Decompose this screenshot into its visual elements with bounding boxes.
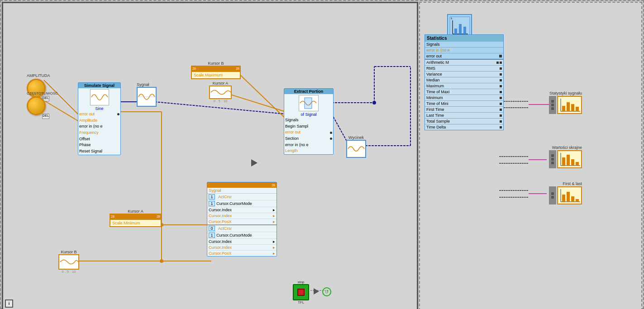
stat-error-out: error out (425, 53, 503, 60)
extract-portion-icon (299, 95, 318, 111)
czestotliwosc-label: CZĘSTOTLIWOŚĆ DEL (27, 91, 58, 118)
wartosci-skrajne-label: Wartości skrajne (549, 145, 582, 150)
wartosci-chart (558, 151, 581, 167)
main-container: AMPLITUDA DEL CZĘSTOTLIWOŚĆ DEL Simulate… (0, 0, 644, 309)
waveform-icon-top (138, 88, 156, 106)
right-panel: x̄ Statistics Signals error in (no e err… (419, 2, 642, 309)
scale-minimum-label: Scale.Minimum (110, 219, 162, 227)
ep-port-section: Section (284, 136, 333, 142)
port-amplitude: Amplitude (78, 118, 120, 124)
statistics-title: Statistics (425, 35, 503, 42)
ep-port-signals: Signals (284, 117, 333, 124)
ep-port-error-in: error in (no e (284, 142, 333, 148)
svg-rect-41 (459, 24, 462, 34)
statystyki-sygnalu-area: Statystyki sygnału (549, 91, 582, 114)
wycinek-icon (347, 141, 365, 157)
svg-rect-49 (571, 104, 574, 111)
svg-text:x̄: x̄ (451, 17, 453, 20)
port-offset: Offset (78, 136, 120, 143)
first-last-label: First & last (549, 181, 582, 186)
statystyki-chart (558, 97, 581, 113)
svg-rect-40 (454, 29, 457, 34)
stat-first-time: First Time (425, 107, 503, 113)
sine-wave-icon (91, 90, 109, 105)
kursor-a-mid: Kursor A 0 . 5 . 10 (209, 81, 232, 103)
left-panel: AMPLITUDA DEL CZĘSTOTLIWOŚĆ DEL Simulate… (2, 2, 418, 309)
stat-total-sample: Total Sample (425, 119, 503, 124)
wartosci-skrajne-area: Wartości skrajne (549, 145, 582, 168)
port-error-in: error in (no e (78, 124, 120, 130)
stat-error-in: error in (no e (425, 48, 503, 53)
stat-last-time: Last Time (425, 113, 503, 119)
stop-button-area: stop TFL (293, 280, 309, 304)
svg-rect-57 (576, 162, 579, 166)
svg-line-7 (332, 114, 348, 143)
svg-point-20 (372, 101, 376, 105)
svg-rect-42 (463, 27, 466, 34)
corner-indicator: i (5, 299, 13, 308)
svg-rect-55 (567, 155, 570, 166)
svg-rect-61 (562, 195, 565, 202)
play-button-1[interactable] (251, 159, 258, 166)
stat-signals: Signals (425, 42, 503, 48)
simulate-signal-block: Simulate Signal Sine error out Amplitude… (78, 82, 121, 155)
svg-rect-26 (347, 141, 365, 157)
svg-rect-25 (305, 98, 312, 109)
simulate-signal-title: Simulate Signal (78, 83, 120, 88)
svg-rect-56 (571, 159, 574, 166)
simulate-signal-subtitle: Sine (78, 106, 120, 111)
play-button-2[interactable] (314, 288, 319, 295)
ep-port-length: Length (284, 148, 333, 154)
stat-median: Median (425, 77, 503, 83)
port-error-out: error out (78, 111, 120, 118)
stop-button[interactable] (293, 284, 309, 300)
port-reset: Reset Signal (78, 148, 120, 155)
svg-rect-48 (567, 102, 570, 111)
stat-time-of-maxi: Time of Maxi (425, 89, 503, 95)
first-last-chart (558, 187, 581, 204)
svg-line-8 (239, 73, 286, 119)
stat-time-of-mini: Time of Mini (425, 101, 503, 107)
svg-rect-47 (562, 106, 565, 111)
port-frequency: Frequency (78, 130, 120, 136)
loop-icon: ↺ (322, 287, 331, 296)
stat-variance: Variance (425, 71, 503, 77)
stop-icon (297, 289, 305, 296)
statystyki-sygnalu-label: Statystyki sygnału (549, 91, 582, 95)
svg-rect-54 (562, 157, 565, 166)
svg-rect-64 (576, 199, 579, 202)
svg-rect-50 (576, 107, 579, 111)
sygnal-top-label: Sygnał (137, 82, 157, 107)
svg-point-22 (160, 259, 163, 263)
ep-port-error-out: error out (284, 129, 333, 136)
stat-maximum: Maximum (425, 83, 503, 89)
svg-rect-62 (567, 192, 570, 202)
wycinek-block: Wycinek (346, 135, 366, 158)
statistics-block: Statistics Signals error in (no e error … (425, 34, 504, 130)
kursor-b-icon (59, 255, 78, 269)
extract-portion-block: Extract Portion of Signal Signals Begin … (284, 88, 334, 155)
kursor-a-bottom: Kursor A 28 28 Scale.Minimum (110, 209, 162, 227)
kursor-b-bottom: Kursor B 0 . 5 . 10 (58, 250, 79, 274)
sygnal-cursor-block: 28 Sygnał 1 ActCrsr 1 Cursor.CursorMode … (207, 182, 277, 257)
kursor-a-waveform (210, 86, 231, 98)
ep-port-begin: Begin Sampl (284, 124, 333, 130)
stat-minimum: Minimum (425, 95, 503, 101)
stat-time-delta: Time Delta (425, 124, 503, 130)
stat-rms: RMS (425, 66, 503, 71)
port-phase: Phase (78, 142, 120, 148)
scale-maximum-label: Scale.Maximum (191, 71, 241, 79)
svg-rect-63 (571, 196, 574, 202)
svg-line-3 (155, 102, 286, 114)
kursor-b-top: Kursor B 28 28 Scale.Maximum (191, 61, 241, 79)
svg-line-9 (228, 94, 286, 112)
first-last-area: First & last (549, 181, 582, 204)
stat-arithmetic: Arithmetic M (425, 60, 503, 66)
